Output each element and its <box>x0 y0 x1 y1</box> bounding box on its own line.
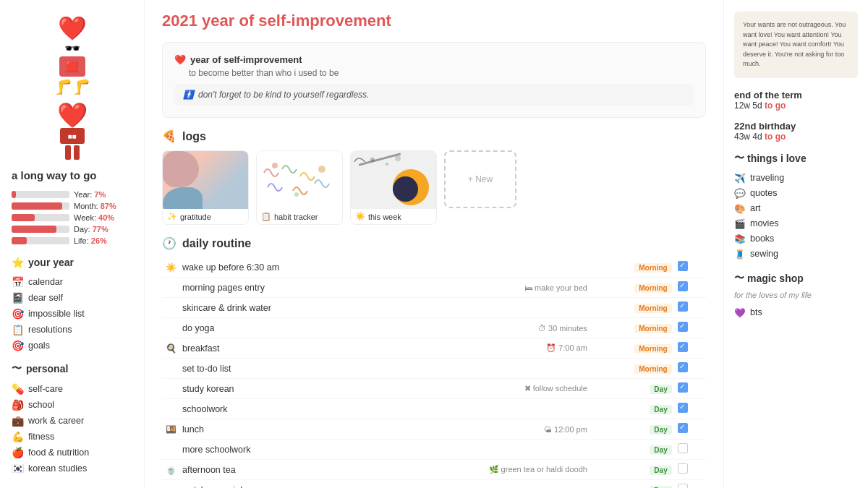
task-checkbox-cell[interactable] <box>675 480 706 489</box>
things-item[interactable]: 🎬movies <box>734 216 858 231</box>
progress-bar-fill <box>12 226 56 233</box>
robot-glasses: 🕶️ <box>12 42 132 55</box>
sidebar-section-title: a long way to go <box>12 169 132 181</box>
task-checkbox-cell[interactable] <box>675 440 706 460</box>
progress-row: Month: 87% <box>12 202 132 210</box>
sidebar-item-year[interactable]: 📋resolutions <box>12 322 132 338</box>
nav-icon: 💊 <box>12 383 24 395</box>
log-card-new[interactable]: + New <box>444 150 516 208</box>
things-label: traveling <box>750 173 784 183</box>
robot-body: 🟥 <box>59 56 85 77</box>
log-card-week[interactable]: ☀️ this week <box>350 150 437 225</box>
sidebar-item-personal[interactable]: 🎒school <box>12 397 132 413</box>
things-item[interactable]: 📚books <box>734 231 858 247</box>
svg-point-0 <box>272 163 278 168</box>
task-note: 🛏 make your bed <box>381 278 590 298</box>
magic-item[interactable]: 💜bts <box>734 305 858 320</box>
task-checkbox[interactable] <box>678 342 688 352</box>
task-icon <box>162 440 179 460</box>
robot-visual: ❤️ ■■ <box>12 103 132 162</box>
task-icon <box>162 480 179 489</box>
progress-section: Year: 7% Month: 87% Week: 40% Day: 77% L… <box>12 190 132 245</box>
nav-label: work & career <box>28 416 84 426</box>
task-name: study korean <box>179 379 381 399</box>
task-period: Morning <box>590 257 675 278</box>
task-checkbox-cell[interactable] <box>675 419 706 440</box>
sidebar-item-personal[interactable]: 💪fitness <box>12 429 132 445</box>
period-badge: Day <box>650 405 671 414</box>
progress-bar-bg <box>12 226 69 233</box>
nav-label: impossible list <box>28 309 85 319</box>
things-icon: 📚 <box>734 234 746 244</box>
task-checkbox[interactable] <box>678 301 688 312</box>
log-card-label-2: 📋 habit tracker <box>257 209 342 224</box>
nav-label: fitness <box>28 432 54 442</box>
wave-icon-2: 〜 <box>734 152 744 165</box>
nav-label: self-care <box>28 384 63 394</box>
log-card-label-1: ✨ gratitude <box>163 209 248 224</box>
progress-label: Month: 87% <box>74 202 116 210</box>
task-checkbox[interactable] <box>678 443 688 453</box>
routine-row: skincare & drink water Morning <box>162 298 706 318</box>
goal-note: 🚹 don't forget to be kind to yourself re… <box>174 84 694 106</box>
task-checkbox-cell[interactable] <box>675 359 706 379</box>
log-card-gratitude[interactable]: ✨ gratitude <box>162 150 249 225</box>
task-period: Day <box>590 419 675 440</box>
sidebar-item-year[interactable]: 🎯goals <box>12 338 132 354</box>
sidebar-item-personal[interactable]: 💼work & career <box>12 413 132 429</box>
progress-bar-bg <box>12 191 69 198</box>
nav-icon: 🎯 <box>12 340 24 351</box>
logs-grid: ✨ gratitude <box>162 150 706 225</box>
progress-row: Week: 40% <box>12 213 132 222</box>
year-highlight: 2021 <box>162 12 197 30</box>
magic-note: for the loves of my life <box>734 291 858 299</box>
task-checkbox-cell[interactable] <box>675 298 706 318</box>
sidebar-item-year[interactable]: 📅calendar <box>12 274 132 290</box>
sidebar-item-personal[interactable]: 🇰🇷korean studies <box>12 461 132 476</box>
progress-row: Life: 26% <box>12 236 132 245</box>
task-checkbox[interactable] <box>678 403 688 413</box>
task-checkbox[interactable] <box>678 382 688 393</box>
task-checkbox-cell[interactable] <box>675 379 706 399</box>
task-checkbox-cell[interactable] <box>675 318 706 338</box>
sidebar-item-personal[interactable]: 💊self-care <box>12 381 132 397</box>
task-checkbox-cell[interactable] <box>675 257 706 278</box>
log-card-label-3: ☀️ this week <box>351 209 436 224</box>
task-checkbox[interactable] <box>678 423 688 433</box>
task-checkbox[interactable] <box>678 362 688 372</box>
habit-svg <box>257 151 342 209</box>
task-checkbox-cell[interactable] <box>675 460 706 480</box>
task-period: Morning <box>590 318 675 338</box>
your-year-header: ⭐ your year <box>12 257 132 268</box>
task-checkbox[interactable] <box>678 281 688 291</box>
progress-bar-bg <box>12 237 69 244</box>
sidebar-item-personal[interactable]: 🍎food & nutrition <box>12 445 132 461</box>
task-checkbox-cell[interactable] <box>675 338 706 359</box>
task-checkbox[interactable] <box>678 261 688 271</box>
sidebar-item-year[interactable]: 🎯impossible list <box>12 306 132 322</box>
task-name: afternoon tea <box>179 460 381 480</box>
things-item[interactable]: 💬quotes <box>734 186 858 201</box>
things-item[interactable]: 🧵sewing <box>734 247 858 262</box>
task-period: Day <box>590 379 675 399</box>
period-badge: Morning <box>634 324 671 333</box>
personal-header: 〜 personal <box>12 362 132 375</box>
progress-bar-bg <box>12 202 69 210</box>
task-checkbox[interactable] <box>678 484 688 488</box>
things-item[interactable]: ✈️traveling <box>734 171 858 186</box>
period-badge: Day <box>650 385 671 394</box>
things-icon: 🎬 <box>734 218 746 229</box>
task-checkbox-cell[interactable] <box>675 399 706 419</box>
task-checkbox[interactable] <box>678 463 688 474</box>
task-checkbox-cell[interactable] <box>675 278 706 298</box>
nav-icon: 🇰🇷 <box>12 463 24 474</box>
sidebar-item-year[interactable]: 📓dear self <box>12 290 132 306</box>
task-icon <box>162 278 179 298</box>
log-card-habit[interactable]: 📋 habit tracker <box>256 150 343 225</box>
things-label: sewing <box>750 249 778 259</box>
task-period: Morning <box>590 338 675 359</box>
things-item[interactable]: 🎨art <box>734 201 858 216</box>
things-i-love-header: 〜 things i love <box>734 152 858 165</box>
period-badge: Morning <box>634 364 671 374</box>
task-checkbox[interactable] <box>678 322 688 332</box>
